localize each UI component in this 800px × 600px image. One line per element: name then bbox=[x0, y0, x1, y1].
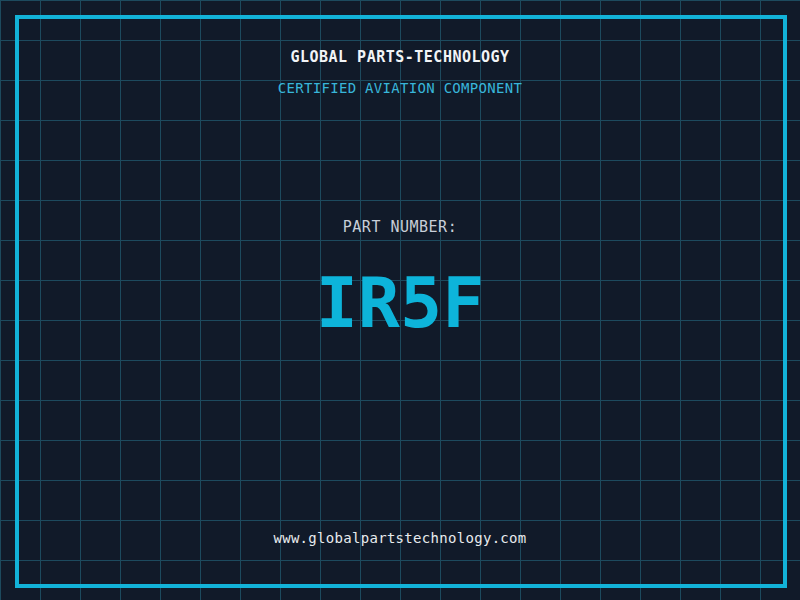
part-label-page: GLOBAL PARTS-TECHNOLOGY CERTIFIED AVIATI… bbox=[0, 0, 800, 600]
part-number-label: PART NUMBER: bbox=[0, 220, 800, 235]
footer-url: www.globalpartstechnology.com bbox=[0, 531, 800, 545]
brand-title: GLOBAL PARTS-TECHNOLOGY bbox=[0, 50, 800, 65]
part-number-value: IR5F bbox=[0, 268, 800, 338]
brand-subtitle: CERTIFIED AVIATION COMPONENT bbox=[0, 81, 800, 95]
